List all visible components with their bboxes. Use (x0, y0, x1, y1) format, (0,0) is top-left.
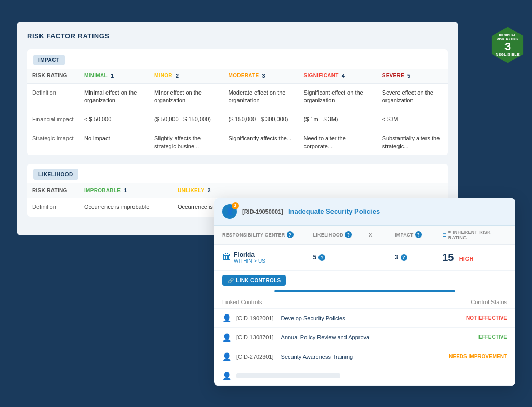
table-row: Financial impact < $ 50,000 ($ 50,000 - … (27, 110, 448, 129)
person-icon: 👤 (222, 333, 231, 342)
responsibility-center-cell: 🏛 Florida WITHIN > US (222, 251, 309, 264)
col-header-risk-rating: RISK RATING (27, 69, 79, 84)
control-row-1[interactable]: 👤 [CID-1902001] Develop Security Policie… (214, 309, 515, 328)
control-row-4: 👤 (214, 366, 515, 386)
link-icon: 🔗 (228, 278, 234, 283)
status-badge: NOT EFFECTIVE (466, 315, 507, 321)
person-icon: 👤 (222, 314, 231, 322)
col-header-severe: SEVERE 5 (377, 69, 448, 84)
col-header-minor: MINOR 2 (149, 69, 223, 84)
inherent-risk-cell: 15 HIGH (442, 252, 507, 264)
person-icon: 👤 (222, 352, 231, 361)
impact-score-cell: 3 ? (395, 254, 438, 261)
overlay-panel: 👤 2 [RID-19050001] Inadequate Security P… (214, 198, 515, 386)
likelihood-score-cell: 5 ? (313, 254, 365, 261)
info-icon-likelihood[interactable]: ? (318, 254, 325, 261)
link-controls-section: 🔗 LINK CONTROLS (214, 271, 515, 290)
likelihood-col-header: RISK RATING (27, 183, 79, 198)
person-icon: 👤 (222, 372, 231, 380)
scroll-indicator (274, 290, 455, 292)
building-icon: 🏛 (222, 253, 231, 262)
col-responsibility-center: RESPONSIBILITY CENTER ? (222, 230, 309, 240)
control-row-2[interactable]: 👤 [CID-1308701] Annual Policy Review and… (214, 328, 515, 347)
overlay-header: 👤 2 [RID-19050001] Inadequate Security P… (214, 198, 515, 226)
risk-name: Inadequate Security Policies (288, 207, 380, 215)
help-icon-likelihood[interactable]: ? (345, 231, 352, 238)
table-row: Definition Minimal effect on the organiz… (27, 83, 448, 110)
likelihood-section-label: LIKELIHOOD (33, 169, 78, 180)
status-badge: EFFECTIVE (478, 334, 507, 340)
col-header-minimal: MINIMAL 1 (79, 69, 149, 84)
col-likelihood: LIKELIHOOD ? (313, 230, 365, 240)
control-row-3[interactable]: 👤 [CID-2702301] Security Awareness Train… (214, 347, 515, 366)
linked-controls-header: Linked Controls Control Status (214, 294, 515, 309)
col-header-improbable: IMPROBABLE 1 (79, 183, 172, 198)
avatar: 👤 2 (222, 204, 237, 219)
col-inherent-risk: ≡ = INHERENT RISK RATING (442, 230, 507, 240)
col-header-significant: SIGNIFICANT 4 (299, 69, 377, 84)
page-title: RISK FACTOR RATINGS (27, 32, 448, 40)
link-controls-button[interactable]: 🔗 LINK CONTROLS (222, 275, 286, 286)
help-icon[interactable]: ? (287, 231, 294, 238)
impact-section-label: IMPACT (33, 55, 65, 65)
risk-id: [RID-19050001] (242, 208, 283, 215)
col-header-unlikely: UNLIKELY 2 (172, 183, 266, 198)
overlay-cols-header: RESPONSIBILITY CENTER ? LIKELIHOOD ? X I… (214, 226, 515, 245)
status-badge: NEEDS IMPROVEMENT (449, 353, 507, 359)
col-header-moderate: MODERATE 3 (223, 69, 299, 84)
help-icon-impact[interactable]: ? (415, 231, 422, 238)
info-icon-impact[interactable]: ? (401, 254, 407, 261)
hexagon-badge: RESIDUALRISK RATING 3 NEGLIGIBLE (489, 27, 526, 63)
col-x: X (369, 230, 391, 240)
col-impact: IMPACT ? (395, 230, 438, 240)
table-row: Strategic Imapct No impact Slightly affe… (27, 129, 448, 155)
data-row: 🏛 Florida WITHIN > US 5 ? 3 ? 15 (214, 245, 515, 271)
